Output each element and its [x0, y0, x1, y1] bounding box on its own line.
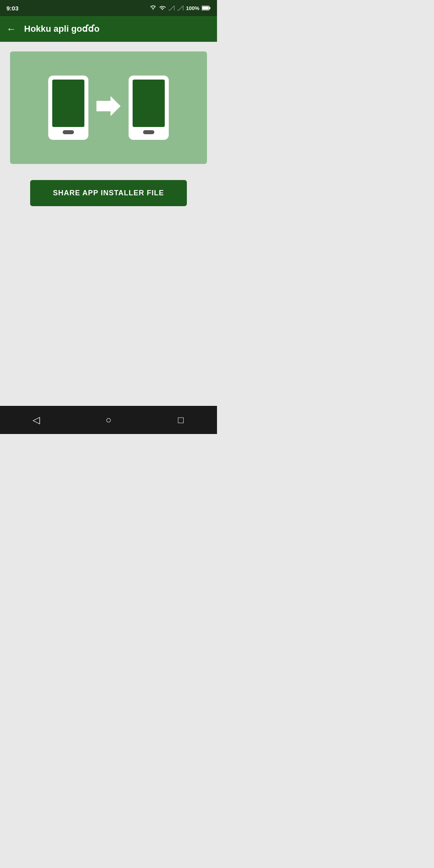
transfer-arrow-icon	[96, 96, 121, 119]
bottom-nav-bar: ◁ ○ □	[0, 406, 217, 434]
alarm-icon	[150, 5, 156, 11]
back-button[interactable]: ←	[6, 23, 16, 35]
target-phone-icon	[129, 76, 169, 140]
share-app-installer-button[interactable]: SHARE APP INSTALLER FILE	[30, 180, 187, 206]
nav-recent-button[interactable]: □	[169, 408, 193, 432]
battery-icon	[202, 5, 211, 11]
svg-marker-3	[96, 96, 121, 116]
battery-percentage: 100%	[186, 5, 199, 11]
signal-off-icon-2	[177, 5, 184, 11]
target-phone-body	[129, 76, 169, 140]
main-content: SHARE APP INSTALLER FILE	[0, 42, 217, 406]
status-time: 9:03	[6, 5, 18, 12]
svg-rect-2	[209, 7, 211, 9]
svg-rect-1	[202, 6, 209, 10]
share-illustration	[10, 51, 207, 164]
source-phone-button	[63, 130, 74, 134]
status-icons: 100%	[150, 5, 211, 11]
nav-home-button[interactable]: ○	[96, 408, 121, 432]
wifi-icon	[159, 5, 166, 11]
status-bar: 9:03 100%	[0, 0, 217, 16]
target-phone-screen	[133, 80, 165, 127]
page-title: Hokku apli goɗɗo	[24, 24, 100, 34]
source-phone-icon	[48, 76, 88, 140]
target-phone-button	[143, 130, 154, 134]
signal-off-icon-1	[168, 5, 175, 11]
source-phone-body	[48, 76, 88, 140]
toolbar: ← Hokku apli goɗɗo	[0, 16, 217, 42]
source-phone-screen	[52, 80, 84, 127]
nav-back-button[interactable]: ◁	[24, 408, 48, 432]
